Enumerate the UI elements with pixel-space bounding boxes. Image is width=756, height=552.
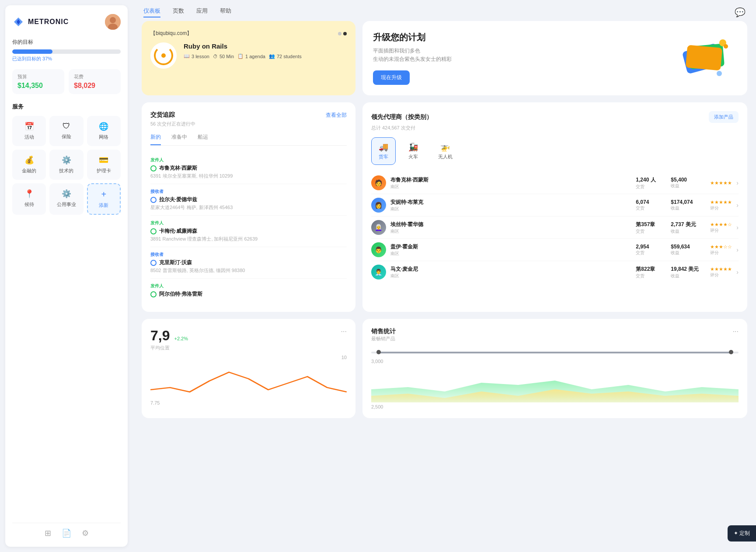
card-icon: 💳 — [99, 155, 108, 165]
svg-rect-5 — [686, 45, 722, 71]
upgrade-button[interactable]: 现在升级 — [373, 70, 410, 85]
entry-role-4: 接收者 — [150, 252, 347, 258]
tech-label: 技术的 — [59, 168, 73, 174]
agents-subtitle: 总计 424,567 次交付 — [371, 125, 739, 131]
category-tabs: 🚚 货车 🚂 火车 🚁 无人机 — [371, 137, 739, 165]
service-insurance[interactable]: 🛡 保险 — [49, 116, 83, 146]
agent-arrow-2[interactable]: › — [736, 202, 739, 209]
cat-train[interactable]: 🚂 火车 — [401, 137, 425, 165]
card-label: 护理卡 — [97, 168, 111, 174]
utility-label: 公用事业 — [57, 201, 76, 208]
more-options-right[interactable]: ··· — [733, 328, 739, 335]
layers-icon[interactable]: ⊞ — [45, 528, 51, 538]
agent-info-4: 盖伊·霍金斯 南区 — [390, 243, 631, 257]
service-card[interactable]: 💳 护理卡 — [87, 150, 121, 180]
scroll-main: 【biqubiqu.com】 Ruby on — [133, 21, 756, 552]
agent-arrow-4[interactable]: › — [736, 246, 739, 253]
customize-button[interactable]: ✦ 定制 — [728, 525, 756, 542]
budget-label: 预算 — [17, 73, 59, 80]
chat-icon[interactable]: 💬 — [735, 7, 746, 17]
service-finance[interactable]: 💰 金融的 — [12, 150, 46, 180]
stats-left-card: 7,9 +2.2% 平均位置 ··· 10 — [142, 319, 355, 418]
agent-arrow-5[interactable]: › — [736, 269, 739, 276]
y-label-2500: 2,500 — [371, 404, 383, 409]
svg-point-1 — [110, 17, 116, 23]
service-utility[interactable]: ⚙️ 公用事业 — [49, 183, 83, 215]
activities-label: 活动 — [24, 134, 34, 140]
service-network[interactable]: 🌐 网络 — [87, 116, 121, 146]
delivery-card: 交货追踪 查看全部 56 次交付正在进行中 新的 准备中 船运 发件人 — [142, 102, 355, 312]
service-add[interactable]: + 添新 — [87, 183, 121, 215]
document-icon[interactable]: 📄 — [62, 528, 71, 538]
cat-truck[interactable]: 🚚 货车 — [371, 137, 396, 165]
more-options-left[interactable]: ··· — [341, 328, 347, 335]
avatar[interactable] — [105, 14, 121, 30]
cat-label-drone: 无人机 — [438, 154, 453, 160]
tech-icon: ⚙️ — [62, 155, 71, 165]
cat-label-truck: 货车 — [379, 154, 388, 160]
service-tech[interactable]: ⚙️ 技术的 — [49, 150, 83, 180]
tab-prep[interactable]: 准备中 — [171, 133, 187, 145]
featured-dots — [338, 32, 347, 35]
agent-avatar-3: 👩‍🦳 — [371, 220, 386, 235]
service-pending[interactable]: 📍 候待 — [12, 183, 46, 215]
featured-info: Ruby on Rails 📖 3 lesson ⏱ 50 Min — [184, 42, 302, 59]
nav-help[interactable]: 帮助 — [220, 7, 231, 17]
meta-agenda: 📋 1 agenda — [237, 53, 265, 59]
insurance-label: 保险 — [62, 133, 71, 140]
settings-icon[interactable]: ⚙ — [82, 528, 89, 538]
network-label: 网络 — [99, 134, 108, 140]
lesson-icon: 📖 — [184, 53, 190, 59]
tab-ship[interactable]: 船运 — [198, 133, 208, 145]
agents-table: 🧑 布鲁克林·西蒙斯 南区 1,240 人 交货 $5,400 — [371, 172, 739, 283]
sidebar-header: METRONIC — [12, 14, 121, 30]
featured-meta: 📖 3 lesson ⏱ 50 Min 📋 1 agenda — [184, 53, 302, 59]
bottom-grid: 7,9 +2.2% 平均位置 ··· 10 — [142, 319, 747, 418]
network-icon: 🌐 — [99, 122, 108, 131]
progress-fill — [12, 49, 52, 54]
agent-arrow-3[interactable]: › — [736, 224, 739, 231]
agent-info-1: 布鲁克林·西蒙斯 南区 — [390, 176, 631, 190]
stats-right-titles: 销售统计 最畅销产品 — [371, 328, 396, 348]
sender-icon-3 — [150, 291, 157, 297]
receiver-icon-1 — [150, 197, 157, 203]
list-item: 发件人 阿尔伯特·弗洛雷斯 — [150, 279, 347, 303]
goal-label: 你的目标 — [12, 38, 121, 46]
cat-drone[interactable]: 🚁 无人机 — [431, 137, 460, 165]
agent-rating-5: ★★★★★ 评分 — [710, 266, 732, 278]
pending-icon: 📍 — [24, 189, 34, 199]
list-item: 接收者 克里斯汀·沃森 8502 普雷斯顿路, 英格尔伍德, 缅因州 98380 — [150, 247, 347, 279]
meta-duration: ⏱ 50 Min — [213, 53, 234, 59]
service-activities[interactable]: 📅 活动 — [12, 116, 46, 146]
middle-grid: 交货追踪 查看全部 56 次交付正在进行中 新的 准备中 船运 发件人 — [142, 102, 747, 312]
agent-info-2: 安妮特·布莱克 南区 — [390, 199, 631, 212]
agent-stat-3: 第357章 交货 — [636, 221, 666, 234]
entry-name-3: 卡梅伦·威廉姆森 — [150, 227, 347, 235]
agent-revenue-1: $5,400 收益 — [671, 177, 706, 189]
expense-value: $8,029 — [74, 82, 115, 90]
y-label-3000: 3,000 — [371, 359, 383, 364]
agent-arrow-1[interactable]: › — [736, 179, 739, 186]
nav-dashboard[interactable]: 仪表板 — [143, 7, 160, 17]
nav-apps[interactable]: 应用 — [196, 7, 208, 17]
agent-stat-2: 6,074 交货 — [636, 199, 666, 211]
tab-new[interactable]: 新的 — [150, 133, 161, 145]
delivery-view-all[interactable]: 查看全部 — [326, 112, 347, 119]
dot2 — [343, 32, 347, 35]
meta-lesson: 📖 3 lesson — [184, 53, 209, 59]
entry-addr-4: 8502 普雷斯顿路, 英格尔伍德, 缅因州 98380 — [150, 267, 347, 274]
nav-pages[interactable]: 页数 — [173, 7, 184, 17]
add-product-button[interactable]: 添加产品 — [709, 111, 739, 123]
delivery-subtitle: 56 次交付正在进行中 — [150, 121, 347, 127]
agent-region-4: 南区 — [390, 251, 631, 257]
logo-icon — [12, 16, 24, 28]
sales-chart-area — [371, 367, 739, 402]
agent-region-1: 南区 — [390, 184, 631, 190]
services-title: 服务 — [12, 103, 121, 111]
duration-icon: ⏱ — [213, 54, 218, 59]
agent-info-3: 埃丝特·霍华德 南区 — [390, 221, 631, 234]
receiver-icon-2 — [150, 260, 157, 266]
range-slider[interactable] — [371, 352, 739, 353]
svg-point-7 — [724, 44, 728, 49]
stats-left-header: 7,9 +2.2% 平均位置 ··· — [150, 328, 347, 351]
